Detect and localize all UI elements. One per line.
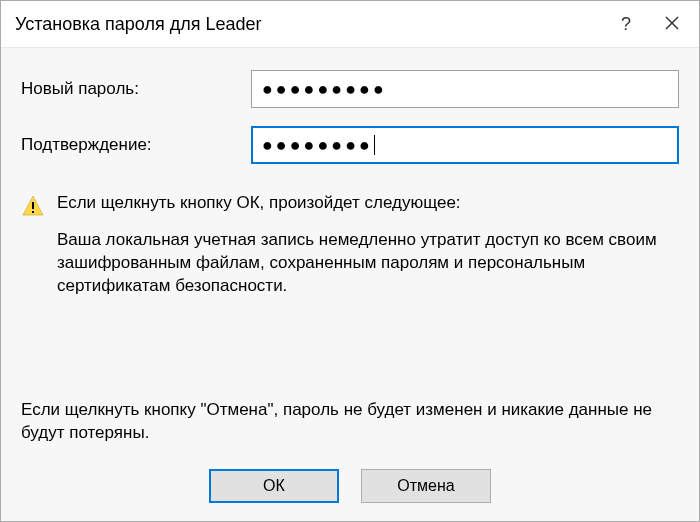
- close-icon: [665, 14, 679, 35]
- dialog-title: Установка пароля для Leader: [15, 14, 603, 35]
- ok-button[interactable]: ОК: [209, 469, 339, 503]
- warning-icon: [21, 194, 45, 221]
- help-icon: ?: [621, 14, 631, 35]
- new-password-label: Новый пароль:: [21, 79, 251, 99]
- dialog-content: Новый пароль: ●●●●●●●●● Подтверждение: ●…: [1, 47, 699, 521]
- svg-rect-3: [32, 211, 34, 213]
- text-caret: [374, 135, 375, 155]
- warning-heading: Если щелкнуть кнопку ОК, произойдет след…: [57, 192, 679, 215]
- confirm-password-label: Подтверждение:: [21, 135, 251, 155]
- confirm-password-input[interactable]: ●●●●●●●●: [251, 126, 679, 164]
- warning-block: Если щелкнуть кнопку ОК, произойдет след…: [21, 192, 679, 298]
- new-password-input[interactable]: ●●●●●●●●●: [251, 70, 679, 108]
- confirm-password-row: Подтверждение: ●●●●●●●●: [21, 126, 679, 164]
- help-button[interactable]: ?: [603, 9, 649, 39]
- svg-rect-2: [32, 202, 34, 209]
- warning-body: Ваша локальная учетная запись немедленно…: [57, 229, 679, 298]
- password-dialog: Установка пароля для Leader ? Новый паро…: [0, 0, 700, 522]
- warning-text: Если щелкнуть кнопку ОК, произойдет след…: [57, 192, 679, 298]
- cancel-button[interactable]: Отмена: [361, 469, 491, 503]
- confirm-password-value: ●●●●●●●●: [262, 135, 373, 156]
- cancel-info-text: Если щелкнуть кнопку "Отмена", пароль не…: [21, 399, 679, 445]
- button-row: ОК Отмена: [21, 459, 679, 521]
- new-password-row: Новый пароль: ●●●●●●●●●: [21, 70, 679, 108]
- titlebar-buttons: ?: [603, 9, 695, 39]
- titlebar: Установка пароля для Leader ?: [1, 1, 699, 47]
- new-password-value: ●●●●●●●●●: [262, 79, 387, 100]
- close-button[interactable]: [649, 9, 695, 39]
